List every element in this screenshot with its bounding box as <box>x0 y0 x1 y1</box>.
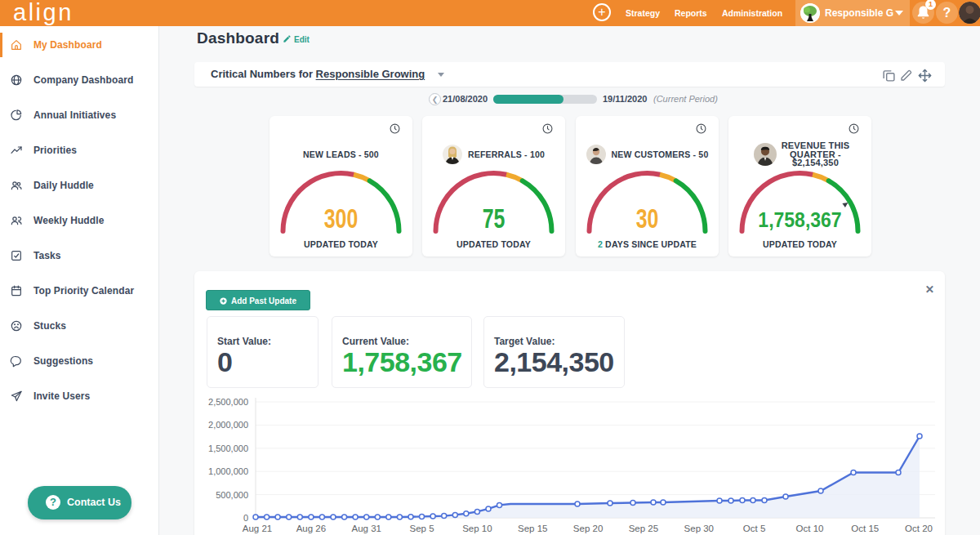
svg-text:0: 0 <box>243 513 248 523</box>
svg-text:1,500,000: 1,500,000 <box>208 444 248 453</box>
svg-text:Aug 21: Aug 21 <box>243 524 272 533</box>
svg-text:Oct 5: Oct 5 <box>743 524 765 533</box>
svg-text:2,500,000: 2,500,000 <box>208 397 248 407</box>
svg-text:Oct 10: Oct 10 <box>796 524 824 533</box>
svg-text:Aug 31: Aug 31 <box>351 524 381 533</box>
svg-text:Sep 30: Sep 30 <box>684 524 714 533</box>
svg-text:1,000,000: 1,000,000 <box>208 466 248 476</box>
svg-text:500,000: 500,000 <box>216 490 248 500</box>
svg-text:Sep 10: Sep 10 <box>462 524 492 533</box>
svg-text:Sep 20: Sep 20 <box>573 524 603 533</box>
svg-text:Sep 25: Sep 25 <box>629 524 658 533</box>
svg-text:2,000,000: 2,000,000 <box>208 420 248 430</box>
svg-text:Oct 15: Oct 15 <box>851 524 879 533</box>
svg-text:Oct 20: Oct 20 <box>905 524 933 533</box>
svg-text:Aug 26: Aug 26 <box>296 524 326 533</box>
svg-text:Sep 5: Sep 5 <box>409 524 434 533</box>
svg-text:Sep 15: Sep 15 <box>518 524 547 533</box>
